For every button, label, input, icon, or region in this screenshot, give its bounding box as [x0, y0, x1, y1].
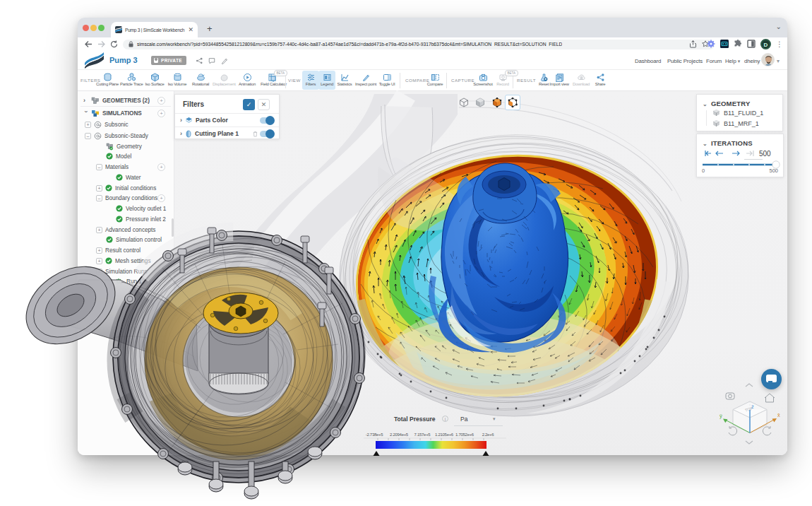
svg-text:1.7052e+6: 1.7052e+6: [455, 433, 474, 437]
svg-text:x̂: x̂: [777, 412, 780, 418]
svg-text:1.2105e+6: 1.2105e+6: [435, 433, 454, 437]
svg-text:-2.738e+5: -2.738e+5: [366, 433, 383, 437]
svg-text:ẑ: ẑ: [751, 404, 754, 410]
svg-text:2.2094e+5: 2.2094e+5: [390, 433, 409, 437]
svg-text:500: 500: [759, 150, 771, 158]
svg-text:7.157e+5: 7.157e+5: [414, 433, 431, 437]
svg-text:ŷ: ŷ: [720, 413, 722, 419]
svg-text:2.2e+6: 2.2e+6: [482, 433, 495, 437]
